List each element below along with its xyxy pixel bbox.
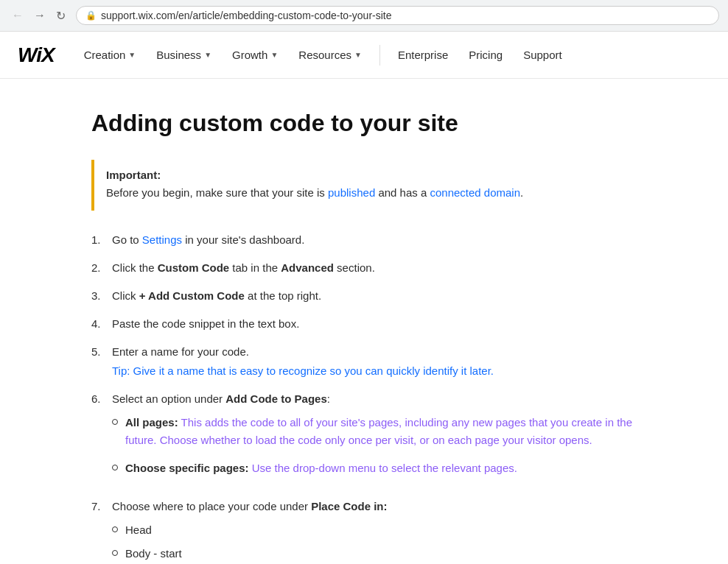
- step-6-subitem-2-content: Choose specific pages: Use the drop-down…: [125, 459, 637, 477]
- growth-chevron-icon: ▼: [270, 51, 278, 59]
- step-7-sublist: Head Body - start Body - end: [112, 521, 637, 564]
- step-7-text-before: Choose where to place your code under: [112, 500, 311, 512]
- step-6-content: Select an option under Add Code to Pages…: [112, 390, 637, 487]
- step-7-sub1-text: Head: [125, 521, 152, 539]
- nav-items: Creation ▼ Business ▼ Growth ▼ Resources…: [75, 43, 710, 67]
- step-5: 5. Enter a name for your code. Tip: Give…: [91, 343, 637, 380]
- nav-growth[interactable]: Growth ▼: [223, 43, 287, 67]
- step-2-bold1: Custom Code: [158, 261, 230, 274]
- step-7-content: Choose where to place your code under Pl…: [112, 498, 637, 564]
- address-bar[interactable]: 🔒 support.wix.com/en/article/embedding-c…: [76, 6, 719, 25]
- site-nav: WiX Creation ▼ Business ▼ Growth ▼ Resou…: [0, 32, 728, 79]
- page-title: Adding custom code to your site: [91, 108, 637, 139]
- bullet-2: [112, 465, 118, 470]
- step-7-subitem-2: Body - start: [112, 545, 637, 563]
- step-1: 1. Go to Settings in your site's dashboa…: [91, 231, 637, 249]
- step-5-content: Enter a name for your code. Tip: Give it…: [112, 343, 637, 380]
- step-7-subitem-1: Head: [112, 521, 637, 539]
- nav-resources[interactable]: Resources ▼: [290, 43, 371, 67]
- step-1-text-before: Go to: [112, 233, 142, 246]
- nav-enterprise[interactable]: Enterprise: [389, 43, 457, 67]
- step-7-number: 7.: [91, 498, 106, 515]
- nav-creation[interactable]: Creation ▼: [75, 43, 145, 67]
- step-5-tip: Tip: Give it a name that is easy to reco…: [112, 362, 637, 380]
- step-2-text3: section.: [334, 261, 375, 274]
- bullet-head: [112, 526, 118, 532]
- step-1-text-after: in your site's dashboard.: [182, 233, 304, 246]
- step-3: 3. Click + Add Custom Code at the top ri…: [91, 287, 637, 305]
- step-2-text2: tab in the: [229, 261, 281, 274]
- nav-growth-label: Growth: [232, 49, 267, 61]
- step-3-content: Click + Add Custom Code at the top right…: [112, 287, 637, 305]
- step-7-bold1: Place Code in:: [311, 500, 387, 512]
- nav-buttons: ← → ↻: [9, 7, 69, 24]
- step-7: 7. Choose where to place your code under…: [91, 498, 637, 564]
- step-4-content: Paste the code snippet in the text box.: [112, 315, 637, 333]
- step-6-subitem-1-content: All pages: This adds the code to all of …: [125, 414, 637, 449]
- nav-resources-label: Resources: [298, 49, 351, 61]
- step-6-text-after: :: [327, 392, 330, 405]
- important-text: Before you begin, make sure that your si…: [106, 184, 625, 202]
- step-2-number: 2.: [91, 259, 106, 277]
- lock-icon: 🔒: [85, 10, 97, 21]
- reload-button[interactable]: ↻: [53, 7, 69, 24]
- step-2: 2. Click the Custom Code tab in the Adva…: [91, 259, 637, 277]
- important-text-middle: and has a: [375, 186, 430, 199]
- business-chevron-icon: ▼: [204, 51, 211, 59]
- step-6: 6. Select an option under Add Code to Pa…: [91, 390, 637, 487]
- step-6-sublist: All pages: This adds the code to all of …: [112, 414, 637, 477]
- step-6-sub2-bold: Choose specific pages:: [125, 462, 249, 474]
- step-6-bold1: Add Code to Pages: [225, 392, 327, 405]
- step-3-bold1: + Add Custom Code: [139, 289, 245, 302]
- nav-pricing[interactable]: Pricing: [460, 43, 511, 67]
- step-2-text: Click the: [112, 261, 158, 274]
- step-2-content: Click the Custom Code tab in the Advance…: [112, 259, 637, 277]
- wix-logo[interactable]: WiX: [18, 43, 55, 67]
- important-box: Important: Before you begin, make sure t…: [91, 160, 637, 211]
- connected-domain-link[interactable]: connected domain: [430, 186, 520, 199]
- settings-link[interactable]: Settings: [142, 233, 182, 246]
- step-7-sub2-text: Body - start: [125, 545, 182, 563]
- browser-chrome: ← → ↻ 🔒 support.wix.com/en/article/embed…: [0, 0, 728, 32]
- nav-creation-label: Creation: [84, 49, 126, 61]
- step-4: 4. Paste the code snippet in the text bo…: [91, 315, 637, 333]
- step-6-subitem-1: All pages: This adds the code to all of …: [112, 414, 637, 449]
- step-3-text2: at the top right.: [245, 289, 321, 302]
- published-link[interactable]: published: [328, 186, 375, 199]
- step-6-text-before: Select an option under: [112, 392, 225, 405]
- step-6-sub1-text: This adds the code to all of your site's…: [125, 416, 632, 446]
- step-2-bold2: Advanced: [281, 261, 334, 274]
- step-6-sub2-text: Use the drop-down menu to select the rel…: [249, 462, 517, 474]
- main-content: Adding custom code to your site Importan…: [47, 79, 681, 564]
- creation-chevron-icon: ▼: [128, 51, 136, 59]
- bullet-body-start: [112, 550, 118, 556]
- bullet-1: [112, 419, 118, 425]
- nav-support[interactable]: Support: [514, 43, 571, 67]
- important-text-after: .: [520, 186, 523, 199]
- step-6-subitem-2: Choose specific pages: Use the drop-down…: [112, 459, 637, 477]
- back-button[interactable]: ←: [9, 7, 27, 24]
- step-1-number: 1.: [91, 231, 106, 249]
- nav-business[interactable]: Business ▼: [147, 43, 220, 67]
- step-6-number: 6.: [91, 390, 106, 408]
- important-text-before: Before you begin, make sure that your si…: [106, 186, 328, 199]
- steps-list: 1. Go to Settings in your site's dashboa…: [91, 231, 637, 564]
- step-1-content: Go to Settings in your site's dashboard.: [112, 231, 637, 249]
- forward-button[interactable]: →: [31, 7, 49, 24]
- step-3-number: 3.: [91, 287, 106, 305]
- important-label: Important:: [106, 169, 625, 181]
- url-text: support.wix.com/en/article/embedding-cus…: [101, 10, 710, 21]
- step-5-text: Enter a name for your code.: [112, 345, 249, 358]
- step-3-text: Click: [112, 289, 139, 302]
- step-5-number: 5.: [91, 343, 106, 361]
- step-4-number: 4.: [91, 315, 106, 333]
- step-6-sub1-bold: All pages:: [125, 416, 178, 429]
- nav-business-label: Business: [156, 49, 201, 61]
- resources-chevron-icon: ▼: [354, 51, 362, 59]
- nav-divider: [379, 45, 380, 66]
